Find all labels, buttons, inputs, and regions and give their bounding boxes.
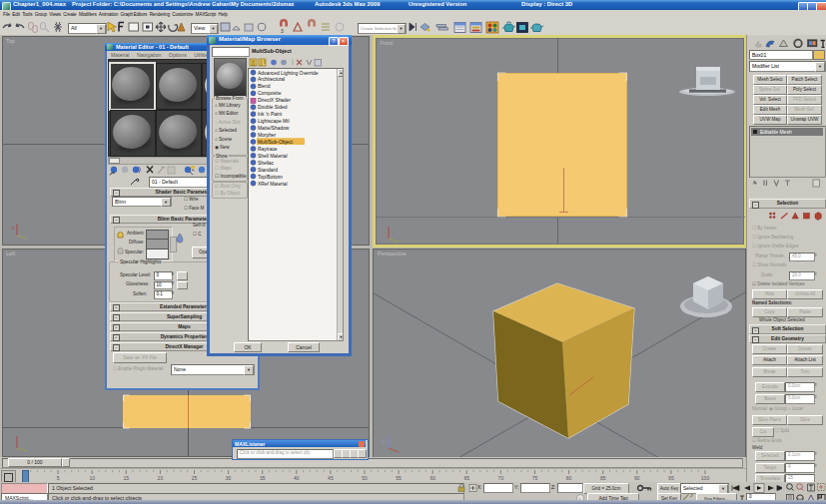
svg-text:50: 50 [362,475,368,481]
svg-text:Raytrace: Raytrace [258,147,278,152]
svg-text:10: 10 [89,475,95,481]
svg-text:70: 70 [498,475,504,481]
svg-text:60: 60 [429,475,435,481]
svg-text:Top/Bottom: Top/Bottom [258,175,283,180]
svg-text:Composite: Composite [258,91,282,96]
svg-text:Shell Material: Shell Material [258,154,288,159]
svg-text:55: 55 [396,475,402,481]
svg-text:95: 95 [668,475,674,481]
svg-text:XRef Material: XRef Material [258,182,288,187]
svg-text:30: 30 [226,475,232,481]
svg-text:40: 40 [294,475,300,481]
svg-text:15: 15 [124,475,130,481]
svg-text:75: 75 [532,475,538,481]
svg-text:Standard: Standard [258,168,278,173]
svg-text:80: 80 [566,475,572,481]
svg-text:5: 5 [57,475,60,481]
svg-text:DirectX Shader: DirectX Shader [258,98,292,103]
svg-text:65: 65 [464,475,470,481]
svg-text:35: 35 [260,475,266,481]
svg-text:Architectural: Architectural [258,77,285,82]
svg-text:Advanced Lighting Override: Advanced Lighting Override [258,71,319,76]
svg-text:Lightscape Mtl: Lightscape Mtl [258,119,290,124]
svg-text:z: z [383,438,386,444]
svg-text:Double Sided: Double Sided [258,105,288,110]
svg-text:20: 20 [158,475,164,481]
svg-text:Matte/Shadow: Matte/Shadow [258,126,290,131]
svg-text:85: 85 [600,475,606,481]
svg-text:Mult/Sub-Object: Mult/Sub-Object [258,140,294,145]
svg-text:25: 25 [192,475,198,481]
svg-text:Morpher: Morpher [258,133,277,138]
svg-text:Ink 'n Paint: Ink 'n Paint [258,112,283,117]
svg-text:z: z [12,225,15,231]
svg-text:90: 90 [634,475,640,481]
svg-text:Shellac: Shellac [258,161,275,166]
svg-text:100: 100 [701,475,710,481]
svg-text:Blend: Blend [258,84,271,89]
svg-text:45: 45 [328,475,334,481]
